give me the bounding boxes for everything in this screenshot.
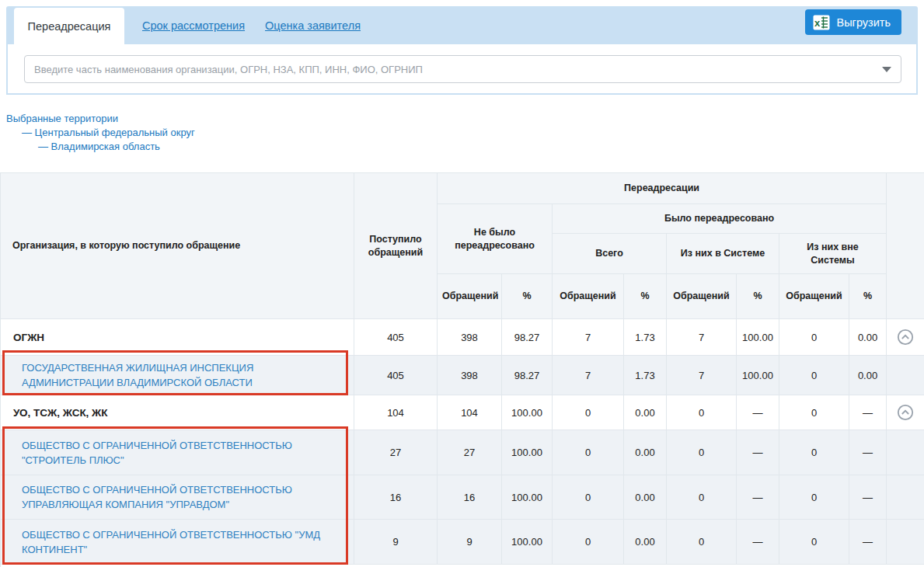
col-header-not-redirected: Не было переадресовано [438,204,553,274]
tab-ocenka-zayavitelya[interactable]: Оценка заявителя [265,6,361,44]
col-header-percent-3: % [737,274,779,319]
cell-total: 0 [553,430,624,475]
cell-not-redirected: 398 [438,319,502,356]
col-header-total: Всего [553,234,667,274]
cell-out-system-pct: — [849,395,887,430]
cell-received: 104 [354,395,438,430]
cell-total-pct: 1.73 [624,319,667,356]
tab-srok-rassmotreniya[interactable]: Срок рассмотрения [142,6,245,44]
cell-in-system: 7 [667,319,737,356]
cell-in-system-pct: — [737,475,779,520]
cell-total: 0 [553,520,624,565]
tab-bar: Переадресация Срок рассмотрения Оценка з… [6,6,918,44]
col-header-appeals-3: Обращений [667,274,737,319]
col-header-received: Поступило обращений [354,173,438,319]
table-row: ОБЩЕСТВО С ОГРАНИЧЕННОЙ ОТВЕТСТВЕННОСТЬЮ… [1,430,924,475]
col-header-in-system: Из них в Системе [667,234,779,274]
col-header-percent-4: % [849,274,887,319]
cell-not-redirected-pct: 100.00 [502,430,553,475]
cell-total-pct: 0.00 [624,520,667,565]
table-row: ОГЖН 405 398 98.27 7 1.73 7 100.00 0 0.0… [1,319,924,356]
table-row-partial [1,565,924,567]
cell-out-system: 0 [779,395,849,430]
col-header-appeals-1: Обращений [438,274,502,319]
export-button-label: Выгрузить [837,16,891,29]
cell-out-system: 0 [779,356,849,395]
cell-in-system: 7 [667,356,737,395]
cell-not-redirected-pct: 98.27 [502,319,553,356]
cell-not-redirected: 16 [438,475,502,520]
cell-out-system-pct: — [849,475,887,520]
cell-received: 27 [354,430,438,475]
col-header-appeals-4: Обращений [779,274,849,319]
cell-in-system-pct: — [737,395,779,430]
report-page: Переадресация Срок рассмотрения Оценка з… [0,0,924,567]
cell-not-redirected-pct: 100.00 [502,475,553,520]
cell-in-system: 0 [667,395,737,430]
col-header-percent-2: % [624,274,667,319]
cell-not-redirected-pct: 98.27 [502,356,553,395]
selected-territories: Выбранные территории — Центральный федер… [6,112,195,154]
collapse-group-button[interactable] [895,402,915,423]
organization-link[interactable]: ОБЩЕСТВО С ОГРАНИЧЕННОЙ ОТВЕТСТВЕННОСТЬЮ… [22,484,292,510]
organization-link[interactable]: ОБЩЕСТВО С ОГРАНИЧЕННОЙ ОТВЕТСТВЕННОСТЬЮ… [22,440,292,466]
territories-title[interactable]: Выбранные территории [6,113,118,124]
cell-out-system-pct: 0.00 [849,319,887,356]
cell-not-redirected: 104 [438,395,502,430]
collapse-group-button[interactable] [895,327,915,347]
cell-out-system: 0 [779,475,849,520]
cell-total-pct: 0.00 [624,395,667,430]
group-name: ОГЖН [1,319,354,356]
col-header-organization: Организация, в которую поступило обращен… [1,173,354,319]
col-header-appeals-2: Обращений [553,274,624,319]
territory-link-region[interactable]: — Владимирская область [38,141,160,152]
cell-total-pct: 0.00 [624,430,667,475]
table-row: УО, ТСЖ, ЖСК, ЖК 104 104 100.00 0 0.00 0… [1,395,924,430]
organization-link[interactable]: ОБЩЕСТВО С ОГРАНИЧЕННОЙ ОТВЕТСТВЕННОСТЬЮ… [22,529,320,555]
cell-out-system: 0 [779,430,849,475]
chevron-up-circle-icon [897,404,914,421]
cell-out-system-pct: — [849,520,887,565]
cell-in-system-pct: 100.00 [737,356,779,395]
cell-out-system: 0 [779,319,849,356]
col-header-collapse [887,173,924,319]
organization-search-input[interactable] [24,55,901,83]
cell-out-system-pct: — [849,430,887,475]
cell-in-system: 0 [667,475,737,520]
cell-total-pct: 1.73 [624,356,667,395]
search-panel [6,44,918,95]
table-header: Организация, в которую поступило обращен… [1,173,924,319]
cell-not-redirected: 9 [438,520,502,565]
col-header-was-redirected: Было переадресовано [553,204,887,234]
cell-not-redirected-pct: 100.00 [502,395,553,430]
cell-received: 405 [354,356,438,395]
cell-received: 16 [354,475,438,520]
organization-link[interactable]: ГОСУДАРСТВЕННАЯ ЖИЛИЩНАЯ ИНСПЕКЦИЯ АДМИН… [22,362,253,388]
cell-total: 7 [553,319,624,356]
cell-total-pct: 0.00 [624,475,667,520]
tab-pereadresaciya[interactable]: Переадресация [14,8,124,44]
cell-not-redirected: 27 [438,430,502,475]
cell-total: 0 [553,395,624,430]
cell-in-system-pct: 100.00 [737,319,779,356]
cell-out-system: 0 [779,520,849,565]
col-header-percent-1: % [502,274,553,319]
chevron-down-icon[interactable] [882,67,891,72]
territory-link-federal-district[interactable]: — Центральный федеральный округ [22,127,195,138]
cell-in-system: 0 [667,520,737,565]
cell-in-system-pct: — [737,430,779,475]
group-name: УО, ТСЖ, ЖСК, ЖК [1,395,354,430]
cell-received: 405 [354,319,438,356]
col-header-redirections: Переадресации [438,173,887,204]
cell-in-system: 0 [667,430,737,475]
table-row: ГОСУДАРСТВЕННАЯ ЖИЛИЩНАЯ ИНСПЕКЦИЯ АДМИН… [1,356,924,395]
chevron-up-circle-icon [897,329,914,346]
table-row: ОБЩЕСТВО С ОГРАНИЧЕННОЙ ОТВЕТСТВЕННОСТЬЮ… [1,520,924,565]
cell-received: 9 [354,520,438,565]
cell-total: 0 [553,475,624,520]
svg-text:x: x [814,17,821,29]
cell-total: 7 [553,356,624,395]
table-row: ОБЩЕСТВО С ОГРАНИЧЕННОЙ ОТВЕТСТВЕННОСТЬЮ… [1,475,924,520]
col-header-out-system: Из них вне Системы [779,234,887,274]
export-button[interactable]: x Выгрузить [805,9,901,35]
